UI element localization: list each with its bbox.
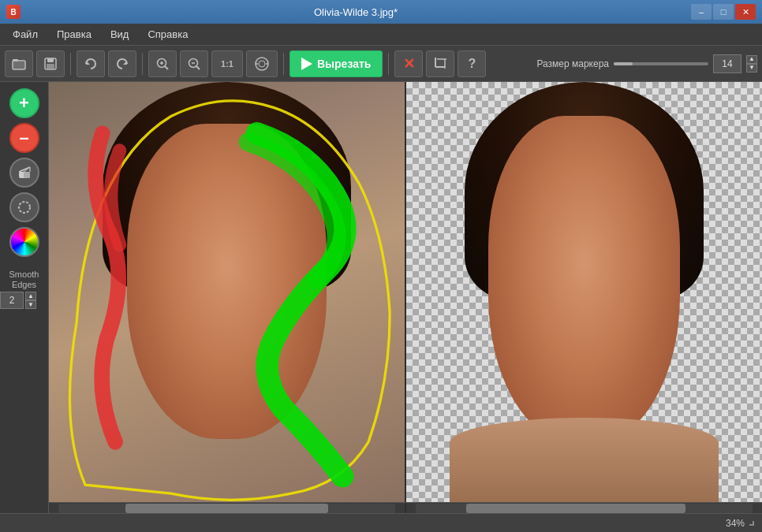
smooth-edges-spin: ▲ ▼ <box>25 292 36 309</box>
menu-bar: Файл Правка Вид Справка <box>0 24 762 46</box>
open-icon <box>11 56 27 72</box>
crop-button[interactable] <box>426 50 454 77</box>
smooth-edges-value: 2 <box>0 292 24 309</box>
annotation-overlay <box>49 82 405 502</box>
marker-size-slider[interactable] <box>614 62 708 65</box>
zoom-in-icon <box>155 56 170 72</box>
panels-row <box>49 82 762 502</box>
svg-rect-4 <box>47 58 54 62</box>
zoom-out-icon <box>186 56 202 72</box>
marker-spin-buttons: ▲ ▼ <box>746 55 757 73</box>
close-button[interactable]: ✕ <box>735 4 756 20</box>
result-shoulders <box>450 418 719 502</box>
select-tool-button[interactable] <box>9 192 39 222</box>
marker-size-label: Размер маркера <box>536 58 609 69</box>
eraser-button[interactable] <box>9 158 39 188</box>
result-image-panel[interactable] <box>406 82 762 502</box>
crop-icon <box>432 56 448 72</box>
smooth-edges-label: Smooth Edges <box>0 270 48 290</box>
circle-icon <box>16 199 33 216</box>
toolbar-separator-1 <box>70 53 71 75</box>
left-horizontal-scrollbar[interactable] <box>58 504 395 513</box>
toolbar-separator-2 <box>142 53 143 75</box>
right-scrollbar-container <box>406 503 762 513</box>
eraser-icon <box>16 164 33 181</box>
right-scrollbar-thumb <box>466 504 685 513</box>
smooth-edges-decrement[interactable]: ▼ <box>25 300 36 309</box>
left-toolbar: + – Smooth Edges 2 ▲ ▼ <box>0 82 49 513</box>
svg-marker-7 <box>123 61 127 65</box>
menu-view[interactable]: Вид <box>101 25 139 43</box>
zoom-100-button[interactable]: 1:1 <box>211 50 243 77</box>
cut-button[interactable]: Вырезать <box>289 50 383 77</box>
save-icon <box>43 56 58 72</box>
marker-size-section: Размер маркера 14 ▲ ▼ <box>536 54 757 73</box>
menu-edit[interactable]: Правка <box>47 25 101 43</box>
cancel-button[interactable]: ✕ <box>394 50 423 77</box>
left-scrollbar-thumb <box>125 504 327 513</box>
svg-rect-24 <box>24 172 30 178</box>
marker-decrement-button[interactable]: ▼ <box>746 64 757 73</box>
toolbar: 1:1 Вырезать ✕ ? Размер маркера 14 ▲ ▼ <box>0 46 762 82</box>
marker-slider-fill <box>614 62 633 65</box>
svg-marker-6 <box>86 61 90 65</box>
play-icon <box>301 58 312 70</box>
svg-rect-5 <box>47 64 54 69</box>
zoom-in-button[interactable] <box>148 50 177 77</box>
extracted-subject <box>435 82 734 502</box>
svg-point-28 <box>19 202 30 213</box>
window-title: Olivia-Wilde 3.jpg* <box>21 6 691 18</box>
undo-button[interactable] <box>77 50 105 77</box>
right-horizontal-scrollbar[interactable] <box>416 504 753 513</box>
undo-icon <box>83 56 99 72</box>
result-image-container <box>406 82 762 502</box>
help-button[interactable]: ? <box>458 50 486 77</box>
toolbar-separator-3 <box>283 53 284 75</box>
svg-rect-2 <box>13 61 25 69</box>
menu-help[interactable]: Справка <box>138 25 197 43</box>
fit-button[interactable] <box>246 50 278 77</box>
original-image-container <box>49 82 405 502</box>
canvas-area <box>49 82 762 513</box>
title-bar: B Olivia-Wilde 3.jpg* – □ ✕ <box>0 0 762 24</box>
window-controls: – □ ✕ <box>691 4 756 20</box>
smooth-edges-control: 2 ▲ ▼ <box>0 292 48 309</box>
marker-value-display: 14 <box>713 54 741 73</box>
cut-button-label: Вырезать <box>317 58 371 70</box>
svg-line-11 <box>165 66 168 69</box>
redo-button[interactable] <box>108 50 136 77</box>
save-button[interactable] <box>36 50 65 77</box>
status-bar: 34% <box>0 513 762 532</box>
add-foreground-button[interactable]: + <box>9 88 39 118</box>
svg-line-14 <box>196 66 200 69</box>
smooth-edges-increment[interactable]: ▲ <box>25 292 36 300</box>
svg-point-16 <box>259 61 265 67</box>
bottom-scrollbars <box>49 502 762 513</box>
title-bar-left: B <box>6 5 21 19</box>
main-content: + – Smooth Edges 2 ▲ ▼ <box>0 82 762 513</box>
minimize-button[interactable]: – <box>691 4 712 20</box>
color-picker-button[interactable] <box>9 227 39 257</box>
resize-handle[interactable] <box>749 521 754 526</box>
fit-icon <box>253 55 271 73</box>
maximize-button[interactable]: □ <box>713 4 734 20</box>
original-image-panel[interactable] <box>49 82 406 502</box>
redo-icon <box>114 56 130 72</box>
open-button[interactable] <box>5 50 33 77</box>
marker-increment-button[interactable]: ▲ <box>746 55 757 64</box>
smooth-edges-container: Smooth Edges 2 ▲ ▼ <box>0 266 48 309</box>
result-face <box>488 116 679 444</box>
menu-file[interactable]: Файл <box>3 25 47 43</box>
app-icon: B <box>6 5 21 19</box>
toolbar-separator-4 <box>388 53 389 75</box>
left-scrollbar-container <box>49 503 405 513</box>
zoom-level: 34% <box>726 518 745 529</box>
zoom-out-button[interactable] <box>180 50 208 77</box>
remove-background-button[interactable]: – <box>9 123 39 153</box>
